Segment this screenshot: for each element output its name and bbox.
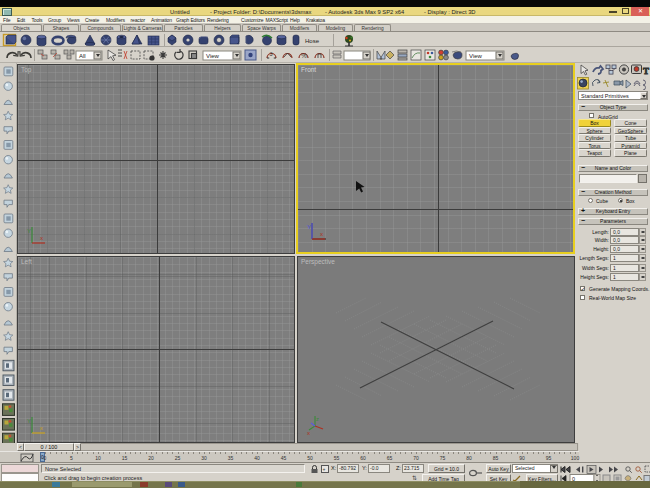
- svg-text:Y: Y: [27, 418, 31, 424]
- svg-text:%: %: [301, 52, 307, 59]
- svg-text:3: 3: [270, 51, 273, 57]
- svg-text:Hose: Hose: [305, 38, 320, 44]
- svg-text:Y: Y: [27, 228, 31, 234]
- svg-text:x: x: [307, 430, 310, 436]
- svg-text:x: x: [40, 235, 43, 241]
- svg-text:x: x: [40, 425, 43, 431]
- svg-text:T: T: [643, 66, 649, 76]
- svg-text:z: z: [316, 416, 319, 422]
- svg-text:x: x: [320, 231, 323, 237]
- svg-text:Y: Y: [307, 224, 311, 230]
- svg-text:All: All: [79, 53, 86, 59]
- svg-text:View: View: [206, 53, 220, 59]
- svg-text:View: View: [469, 53, 483, 59]
